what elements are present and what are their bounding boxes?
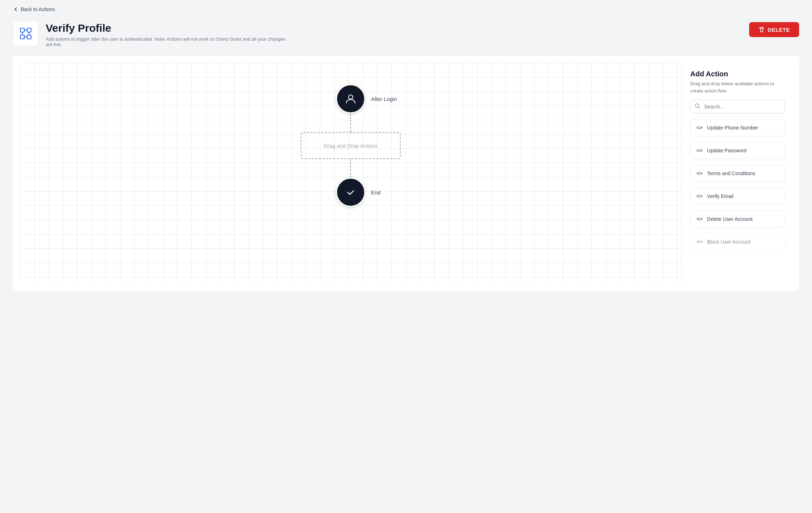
action-panel: Add Action Drag and drop below available… <box>681 63 792 284</box>
drop-zone[interactable]: Drag and Drop Actions <box>301 132 401 159</box>
code-icon-3: <> <box>696 193 703 199</box>
action-label-1: Update Password <box>707 148 747 153</box>
search-icon <box>695 103 700 110</box>
svg-rect-3 <box>27 35 31 39</box>
page-icon <box>13 21 39 46</box>
action-item-3[interactable]: <> Verify Email <box>690 188 785 205</box>
code-icon-0: <> <box>696 125 703 131</box>
search-box <box>690 100 785 113</box>
end-node-wrapper: End <box>336 178 365 207</box>
action-label-4: Delete User Account <box>707 216 753 222</box>
page-title: Verify Profile <box>46 22 289 34</box>
svg-rect-1 <box>27 28 31 32</box>
start-node-label: After Login <box>371 96 397 102</box>
action-item-5[interactable]: <> Block User Account <box>690 233 785 250</box>
main-content: After Login Drag and Drop Actions End <box>13 56 799 291</box>
svg-point-8 <box>349 95 353 99</box>
end-node-label: End <box>371 189 381 195</box>
action-item-4[interactable]: <> Delete User Account <box>690 210 785 228</box>
code-icon-4: <> <box>696 216 703 222</box>
action-label-2: Terms and Conditions <box>707 171 755 176</box>
header-text: Verify Profile Add actions to trigger af… <box>46 21 289 47</box>
trash-icon <box>758 26 765 33</box>
back-link[interactable]: Back to Actions <box>13 6 55 12</box>
action-panel-title: Add Action <box>690 70 785 78</box>
search-input[interactable] <box>690 100 785 113</box>
back-link-label: Back to Actions <box>21 6 55 12</box>
arrow-left-icon <box>13 6 19 12</box>
start-node-wrapper: After Login <box>336 84 365 113</box>
header-left: Verify Profile Add actions to trigger af… <box>13 21 289 47</box>
connector-top <box>350 113 351 132</box>
code-icon-2: <> <box>696 170 703 177</box>
action-label-5: Block User Account <box>707 239 750 245</box>
end-node <box>336 178 365 207</box>
top-bar: Back to Actions <box>0 0 812 17</box>
user-icon <box>344 92 357 105</box>
flow-icon <box>19 27 32 40</box>
page-description: Add actions to trigger after the user is… <box>46 36 289 47</box>
action-panel-subtitle: Drag and drop below available actions to… <box>690 80 785 94</box>
canvas-content: After Login Drag and Drop Actions End <box>20 63 681 207</box>
check-icon <box>345 186 357 198</box>
canvas-area[interactable]: After Login Drag and Drop Actions End <box>20 63 681 284</box>
action-item-1[interactable]: <> Update Password <box>690 142 785 159</box>
start-node <box>336 84 365 113</box>
connector-bottom <box>350 159 351 178</box>
action-label-0: Update Phone Number <box>707 125 758 131</box>
action-item-0[interactable]: <> Update Phone Number <box>690 119 785 136</box>
svg-rect-2 <box>20 35 24 39</box>
svg-rect-0 <box>20 28 24 32</box>
drop-zone-label: Drag and Drop Actions <box>324 143 378 149</box>
code-icon-5: <> <box>696 239 703 245</box>
delete-button[interactable]: DELETE <box>749 22 799 37</box>
delete-button-label: DELETE <box>768 27 790 33</box>
page-header: Verify Profile Add actions to trigger af… <box>0 17 812 56</box>
action-item-2[interactable]: <> Terms and Conditions <box>690 165 785 182</box>
action-label-3: Verify Email <box>707 193 733 199</box>
code-icon-1: <> <box>696 147 703 154</box>
